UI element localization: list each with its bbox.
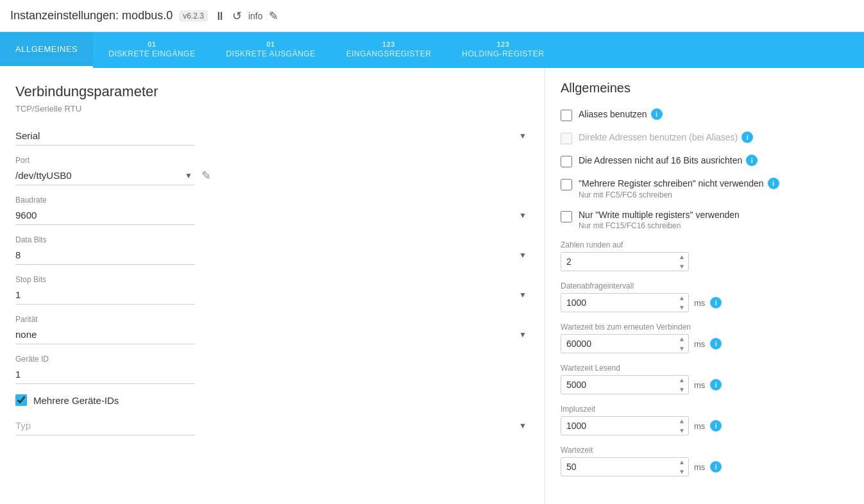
port-select[interactable]: /dev/ttyUSB0 /dev/ttyUSB1 /dev/ttyS0 — [15, 166, 195, 185]
tab-diskrete-eingaenge[interactable]: 01 DISKRETE EINGÄNGE — [93, 32, 210, 68]
port-group: Port /dev/ttyUSB0 /dev/ttyUSB1 /dev/ttyS… — [15, 156, 529, 185]
tab-holding-register-count: 123 — [496, 40, 509, 48]
zahlen-runden-down[interactable]: ▼ — [676, 262, 688, 271]
version-badge: v6.2.3 — [179, 10, 208, 22]
impluszeit-info-icon[interactable]: i — [710, 420, 722, 432]
pause-button[interactable]: ⏸ — [214, 10, 226, 22]
direkte-adressen-content: Direkte Adressen benutzen (bei Aliases) … — [579, 131, 849, 143]
impluszeit-spinners: ▲ ▼ — [676, 416, 688, 435]
wartezeit-verbinden-row: ▲ ▼ ms i — [561, 334, 849, 353]
stop-bits-select[interactable]: 12 — [15, 285, 195, 305]
datenabfrage-input[interactable] — [561, 293, 689, 312]
typ-select[interactable]: Typ — [15, 416, 195, 435]
wartezeit-verbinden-info-icon[interactable]: i — [710, 338, 722, 349]
wartezeit-lesend-info-icon[interactable]: i — [710, 379, 722, 391]
zahlen-runden-label: Zahlen runden auf — [561, 240, 849, 249]
datenabfrage-down[interactable]: ▼ — [676, 303, 688, 312]
stop-bits-arrow: ▼ — [519, 290, 527, 299]
tab-allgemeines[interactable]: ALLGEMEINES — [0, 32, 93, 68]
port-edit-button[interactable]: ✎ — [201, 169, 211, 183]
datenabfrage-info-icon[interactable]: i — [710, 297, 722, 308]
info-link[interactable]: info — [248, 12, 263, 21]
wartezeit-verbinden-input-wrapper: ▲ ▼ — [561, 334, 689, 353]
write-multiple-checkbox[interactable] — [561, 211, 572, 223]
nicht-ausrichten-checkbox[interactable] — [561, 156, 572, 167]
mehrere-geraete-row: Mehrere Geräte-IDs — [15, 394, 529, 406]
impluszeit-down[interactable]: ▼ — [676, 426, 688, 435]
mehrere-register-checkbox[interactable] — [561, 179, 572, 190]
wartezeit-lesend-down[interactable]: ▼ — [676, 385, 688, 394]
mehrere-geraete-label: Mehrere Geräte-IDs — [33, 395, 119, 406]
aliases-row: Aliases benutzen i — [561, 108, 849, 121]
mehrere-register-row: "Mehrere Register schreiben" nicht verwe… — [561, 178, 849, 199]
wartezeit-verbinden-unit: ms — [694, 339, 705, 349]
connection-type-select[interactable]: Serial TCP — [15, 126, 195, 146]
zahlen-runden-input-wrapper: ▲ ▼ — [561, 252, 689, 271]
refresh-button[interactable]: ↺ — [232, 10, 242, 22]
datenabfrage-up[interactable]: ▲ — [676, 293, 688, 303]
stop-bits-label: Stop Bits — [15, 275, 529, 284]
baudrate-arrow: ▼ — [519, 211, 527, 220]
tab-diskrete-eingaenge-label: DISKRETE EINGÄNGE — [108, 49, 195, 58]
write-multiple-sublabel: Nur mit FC15/FC16 schreiben — [579, 221, 849, 230]
mehrere-register-sublabel: Nur mit FC5/FC6 schreiben — [579, 190, 849, 199]
impluszeit-up[interactable]: ▲ — [676, 416, 688, 426]
zahlen-runden-up[interactable]: ▲ — [676, 252, 688, 262]
impluszeit-input[interactable] — [561, 416, 689, 435]
tab-eingangsregister[interactable]: 123 EINGANGSREGISTER — [331, 32, 447, 68]
wartezeit-verbinden-label: Wartezeit bis zum erneuten Verbinden — [561, 323, 849, 332]
data-bits-group: Data Bits 5678 ▼ — [15, 235, 529, 265]
wartezeit-input[interactable] — [561, 457, 689, 476]
tab-diskrete-ausgaenge-count: 01 — [266, 40, 275, 48]
wartezeit-verbinden-down[interactable]: ▼ — [676, 344, 688, 353]
write-multiple-content: Nur "Write multiple registers" verwenden… — [579, 210, 849, 230]
wartezeit-info-icon[interactable]: i — [710, 461, 722, 473]
wartezeit-verbinden-group: Wartezeit bis zum erneuten Verbinden ▲ ▼… — [561, 323, 849, 353]
mehrere-geraete-checkbox[interactable] — [15, 394, 27, 406]
mehrere-register-label: "Mehrere Register schreiben" nicht verwe… — [579, 178, 764, 189]
datenabfrage-row: ▲ ▼ ms i — [561, 293, 849, 312]
nicht-ausrichten-label: Die Adressen nicht auf 16 Bits ausrichte… — [579, 155, 742, 165]
write-multiple-label: Nur "Write multiple registers" verwenden — [579, 210, 740, 220]
edit-title-button[interactable]: ✎ — [269, 10, 278, 22]
zahlen-runden-row: ▲ ▼ — [561, 252, 849, 271]
nicht-ausrichten-label-row: Die Adressen nicht auf 16 Bits ausrichte… — [579, 155, 849, 166]
baudrate-label: Baudrate — [15, 196, 529, 205]
wartezeit-input-wrapper: ▲ ▼ — [561, 457, 689, 476]
aliases-info-icon[interactable]: i — [651, 108, 663, 120]
mehrere-register-info-icon[interactable]: i — [768, 178, 779, 189]
wartezeit-verbinden-input[interactable] — [561, 334, 689, 353]
datenabfrage-unit: ms — [694, 298, 705, 308]
data-bits-select[interactable]: 5678 — [15, 246, 195, 265]
wartezeit-down[interactable]: ▼ — [676, 467, 688, 476]
wartezeit-lesend-input[interactable] — [561, 375, 689, 394]
wartezeit-lesend-input-wrapper: ▲ ▼ — [561, 375, 689, 394]
connection-type-group: Serial TCP ▼ — [15, 126, 529, 146]
direkte-adressen-checkbox[interactable] — [561, 133, 572, 144]
wartezeit-verbinden-up[interactable]: ▲ — [676, 334, 688, 344]
impluszeit-row: ▲ ▼ ms i — [561, 416, 849, 435]
direkte-adressen-info-icon[interactable]: i — [741, 131, 753, 143]
typ-arrow: ▼ — [519, 421, 527, 430]
baudrate-select[interactable]: 120024004800 96001920038400 57600115200 — [15, 206, 195, 225]
data-bits-label: Data Bits — [15, 235, 529, 244]
tab-eingangsregister-count: 123 — [382, 40, 395, 48]
tab-holding-register-label: HOLDING-REGISTER — [462, 49, 544, 58]
nicht-ausrichten-info-icon[interactable]: i — [746, 155, 758, 166]
write-multiple-label-row: Nur "Write multiple registers" verwenden — [579, 210, 849, 220]
direkte-adressen-label-row: Direkte Adressen benutzen (bei Aliases) … — [579, 131, 849, 143]
wartezeit-label: Wartezeit — [561, 446, 849, 455]
geraete-id-input[interactable] — [15, 365, 195, 384]
aliases-checkbox[interactable] — [561, 110, 572, 121]
paritaet-select[interactable]: noneevenodd markspace — [15, 325, 195, 344]
tab-holding-register[interactable]: 123 HOLDING-REGISTER — [446, 32, 559, 68]
wartezeit-lesend-up[interactable]: ▲ — [676, 375, 688, 385]
header: Instanzeinstellungen: modbus.0 v6.2.3 ⏸ … — [0, 0, 864, 32]
wartezeit-up[interactable]: ▲ — [676, 457, 688, 467]
left-panel: Verbindungsparameter TCP/Serielle RTU Se… — [0, 68, 545, 504]
impluszeit-group: Impluszeit ▲ ▼ ms i — [561, 405, 849, 435]
connection-params-title: Verbindungsparameter — [15, 83, 529, 100]
tab-diskrete-ausgaenge[interactable]: 01 DISKRETE AUSGÄNGE — [210, 32, 330, 68]
zahlen-runden-input[interactable] — [561, 252, 689, 271]
geraete-id-label: Geräte ID — [15, 355, 529, 364]
